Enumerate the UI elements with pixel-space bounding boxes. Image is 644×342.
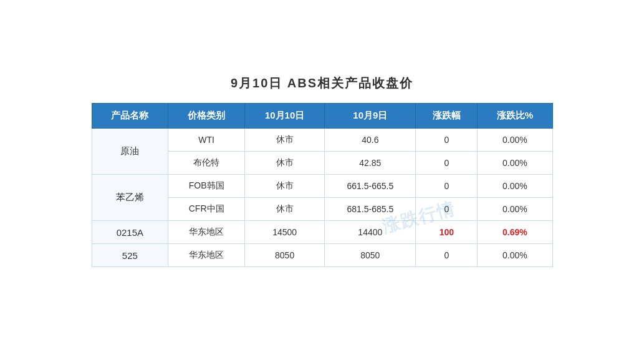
change-pct-value: 0.69% bbox=[478, 221, 552, 244]
header-oct9: 10月9日 bbox=[325, 104, 416, 129]
header-price-type: 价格类别 bbox=[168, 104, 245, 129]
oct10-value: 休市 bbox=[245, 175, 325, 198]
price-type: CFR中国 bbox=[168, 198, 245, 221]
price-type: 华东地区 bbox=[168, 221, 245, 244]
header-change-pct: 涨跌比% bbox=[478, 104, 552, 129]
header-change: 涨跌幅 bbox=[416, 104, 478, 129]
oct10-value: 休市 bbox=[245, 129, 325, 152]
oct9-value: 40.6 bbox=[325, 129, 416, 152]
change-pct-value: 0.00% bbox=[478, 244, 552, 267]
change-pct-value: 0.00% bbox=[478, 129, 552, 152]
change-pct-value: 0.00% bbox=[478, 175, 552, 198]
header-oct10: 10月10日 bbox=[245, 104, 325, 129]
product-name: 525 bbox=[92, 244, 168, 267]
price-type: FOB韩国 bbox=[168, 175, 245, 198]
oct9-value: 8050 bbox=[325, 244, 416, 267]
price-type: 华东地区 bbox=[168, 244, 245, 267]
change-value: 0 bbox=[416, 152, 478, 175]
oct9-value: 681.5-685.5 bbox=[325, 198, 416, 221]
price-table: 产品名称 价格类别 10月10日 10月9日 涨跌幅 涨跌比% 原油WTI休市4… bbox=[92, 103, 553, 267]
oct9-value: 14400 bbox=[325, 221, 416, 244]
oct9-value: 42.85 bbox=[325, 152, 416, 175]
product-name: 0215A bbox=[92, 221, 168, 244]
page-title: 9月10日 ABS相关产品收盘价 bbox=[92, 75, 553, 92]
change-value: 100 bbox=[416, 221, 478, 244]
change-pct-value: 0.00% bbox=[478, 152, 552, 175]
oct9-value: 661.5-665.5 bbox=[325, 175, 416, 198]
product-name: 苯乙烯 bbox=[92, 175, 168, 221]
oct10-value: 8050 bbox=[245, 244, 325, 267]
oct10-value: 休市 bbox=[245, 198, 325, 221]
price-type: 布伦特 bbox=[168, 152, 245, 175]
change-value: 0 bbox=[416, 244, 478, 267]
oct10-value: 休市 bbox=[245, 152, 325, 175]
change-pct-value: 0.00% bbox=[478, 198, 552, 221]
header-product: 产品名称 bbox=[92, 104, 168, 129]
product-name: 原油 bbox=[92, 129, 168, 175]
price-type: WTI bbox=[168, 129, 245, 152]
change-value: 0 bbox=[416, 129, 478, 152]
oct10-value: 14500 bbox=[245, 221, 325, 244]
change-value: 0 bbox=[416, 198, 478, 221]
change-value: 0 bbox=[416, 175, 478, 198]
